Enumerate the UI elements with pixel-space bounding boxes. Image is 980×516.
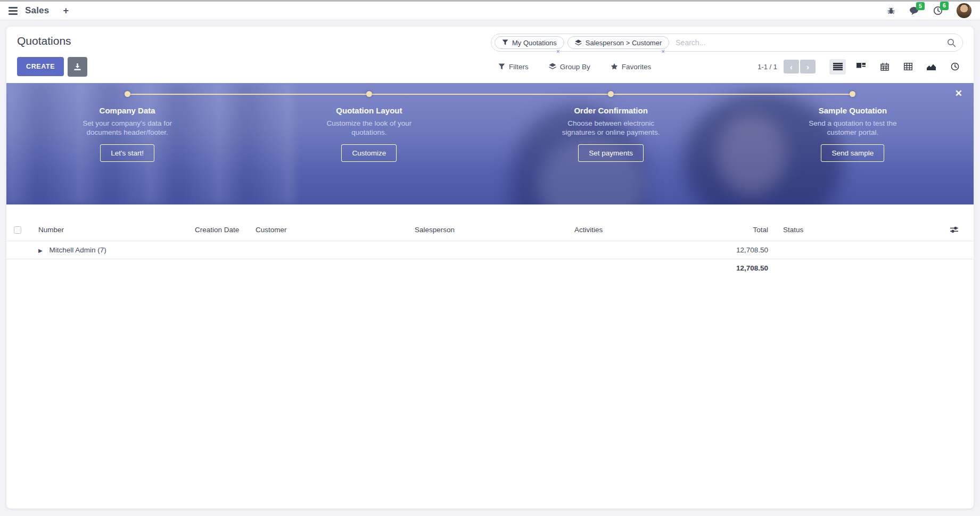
- column-header-salesperson[interactable]: Salesperson: [407, 221, 567, 241]
- column-header-creation-date[interactable]: Creation Date: [187, 221, 248, 241]
- column-header-total[interactable]: Total: [676, 221, 776, 241]
- step-description: Customize the look of your quotations.: [312, 119, 426, 137]
- step-title: Sample Quotation: [819, 106, 887, 115]
- filter-funnel-icon: [498, 63, 505, 70]
- group-expand-caret-icon[interactable]: ▶: [38, 248, 43, 253]
- onboarding-banner: ✕ Company Data Set your company's data f…: [6, 83, 974, 204]
- activities-clock-icon[interactable]: 6: [933, 6, 943, 15]
- layers-icon: [549, 63, 556, 70]
- onboarding-step-sample-quotation: Sample Quotation Send a quotation to tes…: [732, 91, 974, 162]
- facet-label: Salesperson > Customer: [586, 39, 662, 47]
- step-title: Quotation Layout: [336, 106, 402, 115]
- timeline-dot: [850, 91, 855, 97]
- kanban-view-button[interactable]: [853, 59, 869, 75]
- kanban-view-icon: [857, 63, 866, 70]
- lets-start-button[interactable]: Let's start!: [100, 144, 154, 162]
- user-avatar[interactable]: [957, 3, 971, 18]
- select-all-checkbox[interactable]: [14, 226, 21, 234]
- onboarding-step-quotation-layout: Quotation Layout Customize the look of y…: [248, 91, 490, 162]
- graph-view-icon: [927, 63, 936, 70]
- step-title: Company Data: [100, 106, 155, 115]
- view-switcher: [829, 59, 963, 75]
- group-total: 12,708.50: [676, 241, 776, 259]
- timeline-dot: [608, 91, 614, 97]
- footer-total: 12,708.50: [676, 259, 776, 277]
- download-icon: [73, 63, 81, 71]
- page-background: Quotations My Quotations ×: [0, 20, 980, 515]
- table-header-row: Number Creation Date Customer Salesperso…: [6, 221, 974, 241]
- calendar-view-button[interactable]: [876, 59, 893, 75]
- apps-menu-icon[interactable]: [9, 7, 18, 15]
- favorites-label: Favorites: [622, 63, 652, 71]
- step-description: Choose between electronic signatures or …: [554, 119, 668, 137]
- filters-label: Filters: [509, 63, 529, 71]
- group-by-menu[interactable]: Group By: [549, 63, 590, 71]
- set-payments-button[interactable]: Set payments: [578, 144, 644, 162]
- facet-remove-icon[interactable]: ×: [556, 48, 560, 55]
- facet-remove-icon[interactable]: ×: [661, 48, 665, 55]
- favorites-menu[interactable]: Favorites: [611, 63, 652, 71]
- graph-view-button[interactable]: [923, 59, 940, 75]
- step-description: Set your company's data for documents he…: [70, 119, 185, 137]
- list-view-icon: [833, 63, 843, 70]
- activities-badge: 6: [940, 2, 949, 10]
- column-header-number[interactable]: Number: [31, 221, 187, 241]
- plus-icon[interactable]: +: [63, 6, 69, 15]
- search-input[interactable]: Search...: [676, 38, 947, 47]
- group-row-mitchell-admin[interactable]: ▶ Mitchell Admin (7) 12,708.50: [6, 241, 974, 259]
- search-facet-groupby[interactable]: Salesperson > Customer ×: [567, 36, 669, 49]
- messages-icon[interactable]: 5: [909, 6, 919, 15]
- search-menus: Filters Group By: [491, 63, 651, 71]
- pivot-view-icon: [904, 63, 912, 70]
- step-description: Send a quotation to test the customer po…: [795, 119, 910, 137]
- page-title: Quotations: [17, 34, 71, 47]
- pager: 1-1 / 1 ‹ ›: [757, 60, 816, 73]
- step-title: Order Confirmation: [574, 106, 647, 115]
- control-panel: Quotations My Quotations ×: [6, 27, 974, 77]
- list-view-button[interactable]: [829, 59, 846, 75]
- calendar-view-icon: [880, 63, 889, 71]
- banner-close-icon[interactable]: ✕: [955, 88, 962, 99]
- app-name[interactable]: Sales: [25, 5, 49, 16]
- send-sample-button[interactable]: Send sample: [821, 144, 884, 162]
- pager-next-button[interactable]: ›: [800, 60, 816, 73]
- debug-bug-icon[interactable]: [887, 6, 895, 15]
- export-download-button[interactable]: [68, 57, 87, 77]
- quotations-list: Number Creation Date Customer Salesperso…: [6, 221, 974, 277]
- customize-button[interactable]: Customize: [341, 144, 397, 162]
- onboarding-step-order-confirmation: Order Confirmation Choose between electr…: [490, 91, 732, 162]
- pager-range: 1-1 / 1: [757, 63, 777, 71]
- search-facet-my-quotations[interactable]: My Quotations ×: [495, 36, 564, 49]
- activity-view-button[interactable]: [946, 59, 963, 75]
- top-navbar: Sales + 5 6: [0, 2, 980, 20]
- group-by-label: Group By: [560, 63, 590, 71]
- column-header-customer[interactable]: Customer: [248, 221, 407, 241]
- activity-view-icon: [951, 62, 959, 71]
- timeline-dot: [125, 91, 130, 97]
- search-bar[interactable]: My Quotations × Salesperson > Customer ×…: [491, 34, 963, 52]
- messages-badge: 5: [916, 2, 925, 11]
- create-button[interactable]: CREATE: [17, 57, 64, 76]
- onboarding-step-company-data: Company Data Set your company's data for…: [6, 91, 248, 162]
- optional-columns-icon[interactable]: [950, 226, 958, 233]
- star-icon: [611, 63, 618, 70]
- filter-funnel-icon: [502, 39, 508, 46]
- search-icon[interactable]: [947, 38, 956, 47]
- facet-label: My Quotations: [512, 39, 557, 47]
- column-header-status[interactable]: Status: [776, 221, 943, 241]
- column-header-activities[interactable]: Activities: [567, 221, 676, 241]
- pivot-view-button[interactable]: [900, 59, 916, 75]
- layers-icon: [575, 39, 582, 46]
- timeline-dot: [366, 91, 372, 97]
- group-label: Mitchell Admin (7): [49, 246, 106, 254]
- filters-menu[interactable]: Filters: [498, 63, 529, 71]
- table-footer-row: 12,708.50: [6, 259, 974, 277]
- pager-prev-button[interactable]: ‹: [784, 60, 799, 73]
- content-card: Quotations My Quotations ×: [6, 27, 974, 509]
